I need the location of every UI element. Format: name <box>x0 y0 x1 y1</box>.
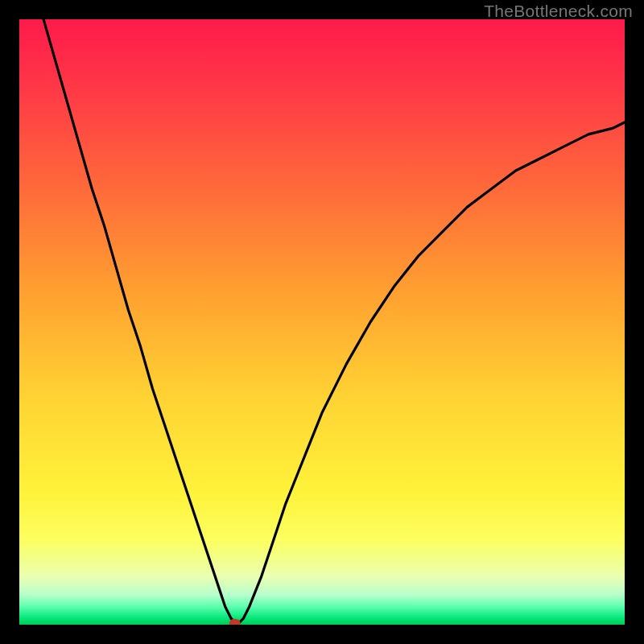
chart-plot-area <box>19 19 625 625</box>
chart-frame: TheBottleneck.com <box>0 0 644 644</box>
bottleneck-curve <box>19 19 625 625</box>
watermark-text: TheBottleneck.com <box>484 2 633 21</box>
curve-path <box>43 19 625 625</box>
